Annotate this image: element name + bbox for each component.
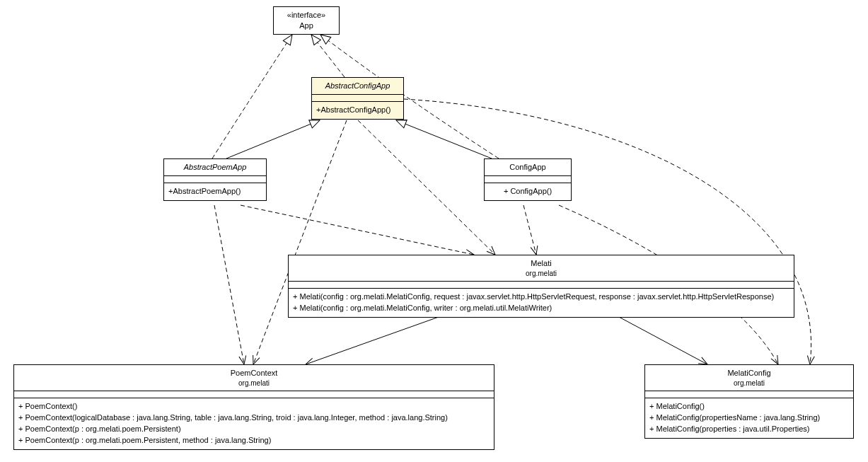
class-name: PoemContext	[18, 368, 490, 379]
class-name: MelatiConfig	[649, 368, 849, 379]
class-attrs-empty	[289, 282, 794, 289]
svg-line-4	[214, 205, 244, 364]
class-op: + ConfigApp()	[489, 186, 567, 197]
class-op: + PoemContext()	[18, 401, 490, 412]
class-op: + Melati(config : org.melati.MelatiConfi…	[293, 303, 789, 314]
class-attrs-empty	[485, 176, 571, 183]
uml-class-app: «interface» App	[273, 6, 340, 35]
class-op: +AbstractPoemApp()	[168, 186, 262, 197]
class-title: AbstractPoemApp	[164, 159, 266, 176]
class-ops: + ConfigApp()	[485, 183, 571, 200]
class-title: AbstractConfigApp	[312, 78, 403, 95]
class-title: Melati org.melati	[289, 255, 794, 282]
class-op: + MelatiConfig()	[649, 401, 849, 412]
svg-line-6	[619, 317, 707, 364]
uml-class-melaticonfig: MelatiConfig org.melati + MelatiConfig()…	[644, 364, 854, 439]
class-title: «interface» App	[274, 7, 339, 34]
class-title: PoemContext org.melati	[14, 365, 494, 391]
class-package: org.melati	[18, 379, 490, 388]
stereotype-label: «interface»	[278, 10, 335, 21]
class-ops: +AbstractPoemApp()	[164, 183, 266, 200]
class-op: + Melati(config : org.melati.MelatiConfi…	[293, 291, 789, 303]
class-ops: + PoemContext() + PoemContext(logicalDat…	[14, 398, 494, 449]
class-name: AbstractConfigApp	[316, 81, 399, 91]
class-title: ConfigApp	[485, 159, 571, 176]
uml-class-poemcontext: PoemContext org.melati + PoemContext() +…	[13, 364, 494, 450]
class-name: Melati	[293, 258, 789, 269]
class-name: App	[278, 21, 335, 31]
class-ops: + MelatiConfig() + MelatiConfig(properti…	[645, 398, 853, 438]
class-op: + MelatiConfig(propertiesName : java.lan…	[649, 412, 849, 424]
svg-line-2	[396, 120, 492, 158]
class-package: org.melati	[293, 269, 789, 279]
svg-line-0	[311, 35, 345, 77]
class-op: + MelatiConfig(properties : java.util.Pr…	[649, 424, 849, 435]
class-ops: + Melati(config : org.melati.MelatiConfi…	[289, 289, 794, 317]
class-attrs-empty	[312, 95, 403, 102]
class-op: + PoemContext(p : org.melati.poem.Persis…	[18, 424, 490, 435]
uml-class-melati: Melati org.melati + Melati(config : org.…	[288, 255, 794, 318]
class-attrs-empty	[14, 391, 494, 398]
class-name: ConfigApp	[489, 162, 567, 173]
class-attrs-empty	[645, 391, 853, 398]
class-op: + PoemContext(p : org.melati.poem.Persis…	[18, 435, 490, 446]
class-title: MelatiConfig org.melati	[645, 365, 853, 391]
uml-class-abstractconfigapp: AbstractConfigApp +AbstractConfigApp()	[311, 77, 404, 120]
class-op: +AbstractConfigApp()	[316, 105, 399, 116]
uml-class-abstractpoemapp: AbstractPoemApp +AbstractPoemApp()	[163, 158, 267, 201]
class-ops: +AbstractConfigApp()	[312, 102, 403, 119]
class-op: + PoemContext(logicalDatabase : java.lan…	[18, 412, 490, 424]
class-package: org.melati	[649, 379, 849, 388]
class-attrs-empty	[164, 176, 266, 183]
svg-line-5	[306, 317, 439, 364]
uml-class-configapp: ConfigApp + ConfigApp()	[484, 158, 572, 201]
svg-line-1	[226, 120, 320, 158]
class-name: AbstractPoemApp	[168, 162, 262, 173]
svg-line-3	[523, 205, 536, 255]
